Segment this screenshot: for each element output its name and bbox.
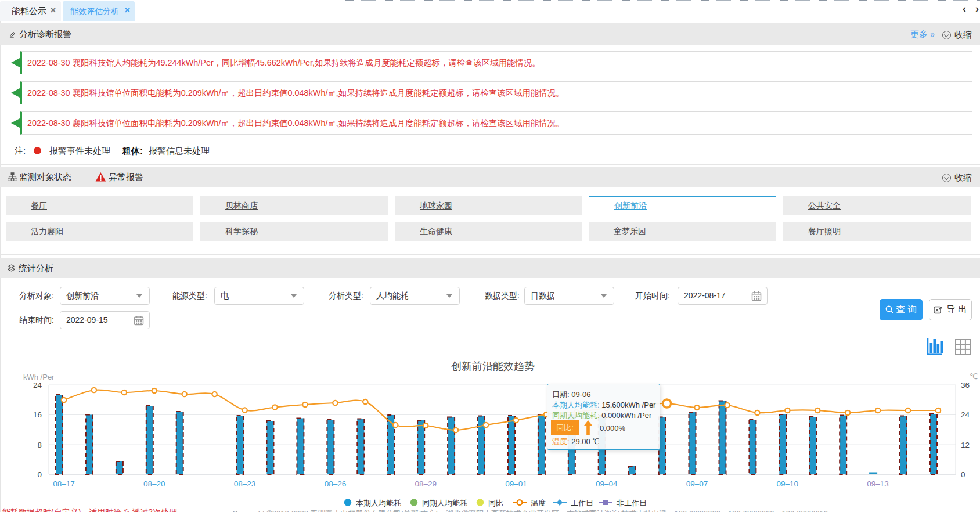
svg-text:创新前沿能效趋势: 创新前沿能效趋势 <box>451 360 535 372</box>
svg-text:08–29: 08–29 <box>415 479 437 488</box>
svg-text:同期人均能耗: 同期人均能耗 <box>422 499 467 507</box>
svg-text:09–07: 09–07 <box>686 479 708 488</box>
svg-text:工作日: 工作日 <box>571 499 593 507</box>
svg-text:08–23: 08–23 <box>234 479 256 488</box>
svg-text:8: 8 <box>37 441 42 449</box>
svg-text:16: 16 <box>33 410 42 419</box>
svg-text:09–04: 09–04 <box>596 479 618 488</box>
svg-text:09–10: 09–10 <box>777 479 799 488</box>
svg-text:温度: 温度 <box>531 499 546 507</box>
svg-text:0: 0 <box>37 470 42 479</box>
svg-text:08–17: 08–17 <box>53 479 75 488</box>
svg-text:08–26: 08–26 <box>325 479 347 488</box>
svg-text:0: 0 <box>961 470 965 479</box>
svg-text:同比: 同比 <box>488 499 503 507</box>
svg-text:36: 36 <box>961 381 970 390</box>
svg-text:09–01: 09–01 <box>505 479 527 488</box>
svg-text:非工作日: 非工作日 <box>617 499 647 507</box>
svg-text:℃: ℃ <box>970 372 978 381</box>
svg-text:本期人均能耗: 本期人均能耗 <box>356 499 401 507</box>
svg-text:08–20: 08–20 <box>143 479 165 488</box>
svg-text:24: 24 <box>33 381 42 390</box>
svg-text:12: 12 <box>961 441 970 449</box>
svg-text:24: 24 <box>961 410 970 419</box>
svg-text:09–13: 09–13 <box>867 479 889 488</box>
